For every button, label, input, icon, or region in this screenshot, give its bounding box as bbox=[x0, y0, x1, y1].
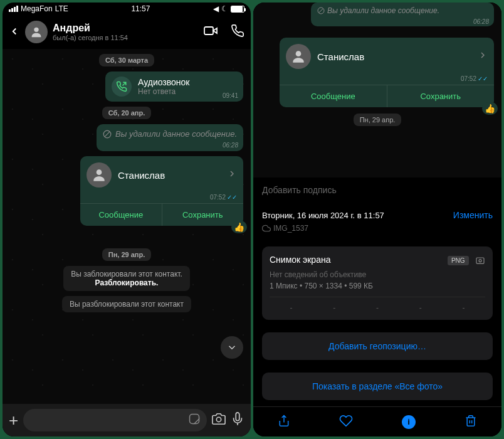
share-button[interactable] bbox=[278, 415, 290, 430]
svg-line-10 bbox=[319, 9, 323, 13]
clock: 11:57 bbox=[131, 4, 150, 13]
call-title: Аудиозвонок bbox=[138, 77, 237, 87]
voice-call-button[interactable] bbox=[231, 24, 244, 40]
photos-info-screen: Вы удалили данное сообщение. 06:28 Стани… bbox=[253, 3, 501, 436]
location-icon: ◀ bbox=[213, 4, 219, 13]
shared-contact-name: Станислав bbox=[118, 170, 221, 181]
message-input[interactable] bbox=[23, 409, 207, 431]
system-message-blocked[interactable]: Вы заблокировали этот контакт. Разблокир… bbox=[63, 266, 190, 291]
status-bar: MegaFon LTE 11:57 ◀ ☾ bbox=[3, 3, 251, 15]
svg-point-6 bbox=[97, 169, 102, 175]
svg-rect-12 bbox=[476, 258, 484, 263]
image-type-label: Снимок экрана bbox=[270, 255, 330, 265]
preview-deleted-message: Вы удалили данное сообщение. 06:28 bbox=[311, 3, 494, 26]
battery-icon bbox=[231, 6, 244, 13]
edit-button[interactable]: Изменить bbox=[453, 210, 493, 220]
date-separator: Пн, 29 апр. bbox=[102, 248, 152, 261]
cloud-icon bbox=[262, 224, 271, 233]
message-contact-button[interactable]: Сообщение bbox=[80, 204, 162, 226]
date-separator: Сб, 30 марта bbox=[99, 54, 154, 66]
svg-point-0 bbox=[34, 28, 38, 32]
svg-point-11 bbox=[296, 51, 302, 56]
back-button[interactable] bbox=[9, 23, 20, 41]
photo-date: Вторник, 16 июля 2024 г. в 11:57 bbox=[262, 211, 384, 220]
lens-info: Нет сведений об объективе bbox=[270, 270, 485, 279]
svg-line-5 bbox=[105, 131, 110, 136]
last-seen: был(-а) сегодня в 11:54 bbox=[53, 34, 191, 41]
svg-line-3 bbox=[123, 82, 126, 85]
exif-placeholders: ----- bbox=[270, 297, 485, 312]
scroll-to-bottom-button[interactable] bbox=[221, 336, 243, 359]
attach-button[interactable]: + bbox=[9, 411, 18, 430]
preview-contact-card: Станислав 07:52✓✓ Сообщение Сохранить 👍 bbox=[280, 38, 494, 107]
moon-icon: ☾ bbox=[221, 4, 228, 13]
favorite-button[interactable] bbox=[339, 414, 353, 430]
message-time: 06:28 bbox=[223, 142, 238, 149]
shared-contact-avatar bbox=[87, 162, 112, 188]
network-label: LTE bbox=[55, 4, 68, 13]
date-separator: Сб, 20 апр. bbox=[102, 107, 152, 119]
contact-avatar[interactable] bbox=[25, 21, 48, 43]
chat-header: Андрей был(-а) сегодня в 11:54 bbox=[3, 15, 251, 49]
mic-button[interactable] bbox=[231, 412, 244, 428]
signal-icon bbox=[9, 6, 18, 12]
deleted-message[interactable]: Вы удалили данное сообщение. 06:28 bbox=[97, 124, 243, 151]
svg-rect-1 bbox=[204, 27, 213, 34]
svg-point-13 bbox=[479, 259, 481, 262]
video-call-button[interactable] bbox=[203, 23, 218, 41]
format-badge: PNG bbox=[448, 256, 469, 265]
caption-input[interactable]: Добавить подпись bbox=[253, 177, 501, 203]
contact-info[interactable]: Андрей был(-а) сегодня в 11:54 bbox=[53, 23, 191, 41]
whatsapp-chat-screen: MegaFon LTE 11:57 ◀ ☾ Андрей был(-а) сег… bbox=[3, 3, 251, 436]
message-time: 09:41 bbox=[223, 92, 238, 99]
filename-row: IMG_1537 bbox=[262, 224, 493, 233]
system-message-unblocked: Вы разблокировали этот контакт bbox=[62, 296, 191, 312]
camera-detail-icon bbox=[475, 255, 485, 265]
reaction-thumbs-up[interactable]: 👍 bbox=[231, 221, 247, 233]
image-info-card: Снимок экрана PNG Нет сведений об объект… bbox=[262, 246, 493, 320]
photo-preview-area[interactable]: Вы удалили данное сообщение. 06:28 Стани… bbox=[253, 3, 501, 177]
read-ticks-icon: ✓✓ bbox=[227, 194, 237, 201]
carrier-label: MegaFon bbox=[21, 4, 53, 13]
chevron-right-icon bbox=[227, 169, 237, 181]
contact-card-message[interactable]: Станислав 07:52✓✓ Сообщение Сохранить 👍 bbox=[80, 156, 243, 226]
input-bar: + bbox=[3, 404, 251, 436]
image-specs: 1 Мпикс • 750 × 1334 • 599 КБ bbox=[270, 282, 485, 290]
chat-body[interactable]: Сб, 30 марта Аудиозвонок Нет ответа 09:4… bbox=[3, 49, 251, 404]
contact-name: Андрей bbox=[53, 23, 191, 34]
photo-toolbar: i bbox=[253, 406, 501, 436]
outgoing-call-icon bbox=[112, 77, 132, 97]
camera-button[interactable] bbox=[212, 412, 226, 428]
save-contact-button[interactable]: Сохранить bbox=[162, 204, 244, 226]
svg-point-7 bbox=[216, 417, 221, 421]
show-all-photos-button[interactable]: Показать в разделе «Все фото» bbox=[262, 373, 493, 400]
info-button-active[interactable]: i bbox=[402, 415, 416, 429]
photo-metadata: Вторник, 16 июля 2024 г. в 11:57 Изменит… bbox=[253, 203, 501, 240]
unblock-link[interactable]: Разблокировать. bbox=[95, 278, 159, 287]
delete-button[interactable] bbox=[465, 415, 477, 430]
prohibited-icon bbox=[103, 130, 112, 139]
message-time: 07:52✓✓ bbox=[80, 194, 243, 203]
call-message[interactable]: Аудиозвонок Нет ответа 09:41 bbox=[105, 71, 243, 102]
preview-date: Пн, 29 апр. bbox=[354, 114, 402, 126]
add-location-button[interactable]: Добавить геопозицию… bbox=[262, 332, 493, 360]
sticker-button[interactable] bbox=[188, 413, 201, 428]
